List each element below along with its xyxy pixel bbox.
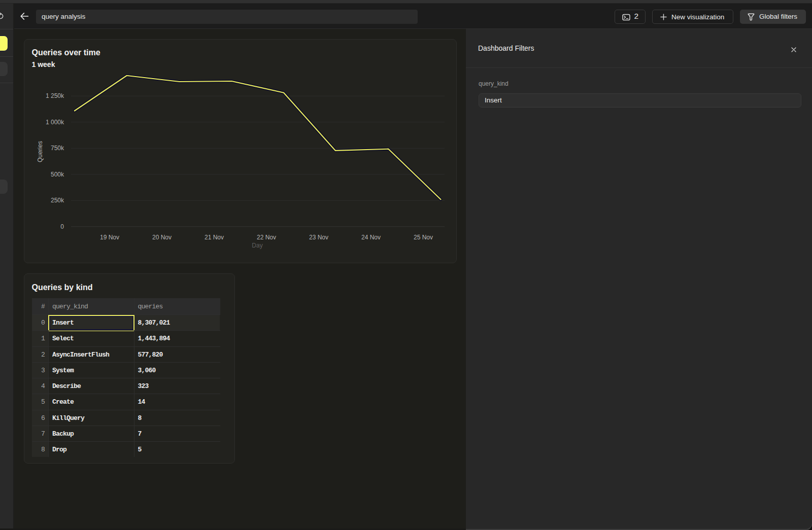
svg-text:25 Nov: 25 Nov (414, 234, 433, 241)
svg-text:24 Nov: 24 Nov (361, 234, 381, 241)
svg-text:22 Nov: 22 Nov (257, 234, 276, 241)
svg-text:0: 0 (60, 223, 64, 230)
svg-text:500k: 500k (51, 171, 64, 178)
svg-text:1 000k: 1 000k (46, 119, 64, 126)
svg-text:20 Nov: 20 Nov (152, 234, 172, 241)
svg-text:Day: Day (252, 242, 262, 249)
svg-text:21 Nov: 21 Nov (205, 234, 224, 241)
svg-text:23 Nov: 23 Nov (309, 234, 328, 241)
svg-text:750k: 750k (51, 145, 64, 152)
svg-text:250k: 250k (51, 197, 64, 204)
svg-text:19 Nov: 19 Nov (100, 234, 119, 241)
svg-text:1 250k: 1 250k (46, 92, 64, 99)
svg-text:Queries: Queries (37, 141, 44, 162)
